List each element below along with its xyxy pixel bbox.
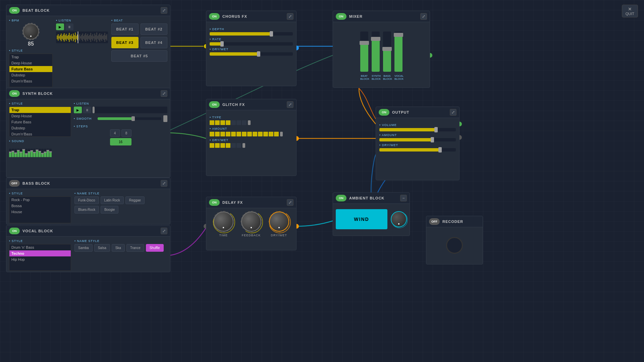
rec-button[interactable] bbox=[446, 237, 463, 254]
mixer-on-button[interactable]: ON bbox=[336, 13, 346, 20]
mixer-beat-fader[interactable] bbox=[360, 32, 368, 72]
synth-style-trap[interactable]: Trap bbox=[9, 107, 71, 113]
glitch-fx-on-button[interactable]: ON bbox=[209, 101, 220, 108]
beat3-button[interactable]: BEAT #3 bbox=[111, 37, 139, 48]
style-list[interactable]: Trap Deep House Future Bass Dubstep Drum… bbox=[9, 54, 53, 87]
delay-time-knob[interactable] bbox=[213, 212, 233, 232]
bpm-knob[interactable] bbox=[23, 23, 39, 40]
style-deephouse[interactable]: Deep House bbox=[9, 60, 52, 66]
style-trap[interactable]: Trap bbox=[9, 54, 52, 60]
beat1-button[interactable]: BEAT #1 bbox=[111, 23, 139, 35]
vocal-style-drumnbass[interactable]: Drum 'n' Bass bbox=[9, 244, 71, 250]
mixer-vocal-fader[interactable] bbox=[394, 32, 402, 72]
svg-rect-42 bbox=[86, 33, 86, 42]
vocal-style-samba[interactable]: Samba bbox=[74, 244, 93, 252]
delay-fx-on-button[interactable]: ON bbox=[209, 199, 220, 206]
chorus-depth-slider[interactable] bbox=[210, 32, 293, 36]
chorus-depth-label: DEPTH bbox=[210, 27, 293, 31]
mixer-synth-fader[interactable] bbox=[372, 32, 380, 72]
bass-style-rockpop[interactable]: Rock - Pop bbox=[9, 197, 71, 203]
steps-4-button[interactable]: 4 bbox=[110, 129, 120, 137]
beat-block-panel: ON BEAT BLOCK ⤢ BPM 85 STYLE Trap Deep H… bbox=[6, 5, 170, 91]
svg-rect-40 bbox=[84, 36, 84, 39]
synth-style-drumnbass[interactable]: Drum'n'Bass bbox=[9, 131, 71, 137]
svg-rect-23 bbox=[67, 36, 68, 39]
vocal-style-techno[interactable]: Techno bbox=[9, 250, 71, 256]
delay-fx-expand-button[interactable]: ⤢ bbox=[287, 199, 293, 206]
chorus-drywet-row: DRY/WET bbox=[210, 48, 293, 56]
quit-button[interactable]: ✕ QUIT bbox=[622, 5, 638, 17]
bass-style-house[interactable]: House bbox=[9, 209, 71, 215]
beat-block-expand-button[interactable]: ⤢ bbox=[161, 7, 167, 14]
steps-8-button[interactable]: 8 bbox=[121, 129, 131, 137]
vocal-style-hiphop[interactable]: Hip Hop bbox=[9, 256, 71, 262]
vocal-style-shuffle[interactable]: Shuffle bbox=[146, 244, 164, 252]
vocal-block-panel: ON VOCAL BLOCK ⤢ STYLE Drum 'n' Bass Tec… bbox=[6, 225, 170, 272]
bass-block-expand-button[interactable]: ⤢ bbox=[161, 180, 167, 187]
synth-style-deephouse[interactable]: Deep House bbox=[9, 113, 71, 119]
svg-rect-91 bbox=[44, 152, 46, 157]
chorus-rate-slider[interactable] bbox=[210, 42, 293, 46]
play-button[interactable]: ▶ bbox=[56, 23, 64, 30]
bass-style-boogie[interactable]: Boogie bbox=[101, 206, 118, 214]
bass-block-on-button[interactable]: OFF bbox=[9, 180, 20, 187]
output-drywet-slider[interactable] bbox=[379, 148, 456, 152]
synth-style-dubstep[interactable]: Dubstep bbox=[9, 125, 71, 131]
vocal-style-trance[interactable]: Trance bbox=[126, 244, 144, 252]
delay-feedback-knob[interactable] bbox=[241, 212, 261, 232]
bass-style-latinrock[interactable]: Latin Rock bbox=[101, 196, 124, 204]
bass-style-funkdisco[interactable]: Funk-Disco bbox=[74, 196, 99, 204]
wind-button[interactable]: WIND bbox=[336, 209, 387, 229]
svg-rect-17 bbox=[61, 34, 62, 41]
synth-style-list[interactable]: Trap Deep House Future Bass Dubstep Drum… bbox=[9, 107, 71, 137]
vocal-block-expand-button[interactable]: ⤢ bbox=[161, 228, 167, 234]
mixer-bass-fader[interactable] bbox=[383, 32, 391, 72]
beat-block-on-button[interactable]: ON bbox=[9, 7, 20, 14]
chorus-rate-label: RATE bbox=[210, 38, 293, 41]
recoder-on-button[interactable]: OFF bbox=[429, 218, 440, 225]
beat5-button[interactable]: BEAT #5 bbox=[111, 50, 167, 62]
chorus-fx-on-button[interactable]: ON bbox=[209, 13, 220, 20]
beat2-button[interactable]: BEAT #2 bbox=[141, 23, 168, 35]
style-drumnbass[interactable]: Drum'n'Bass bbox=[9, 78, 52, 84]
synth-pause-button[interactable]: ⏸ bbox=[83, 107, 91, 113]
svg-rect-43 bbox=[87, 35, 87, 40]
vocal-style-list[interactable]: Drum 'n' Bass Techno Hip Hop bbox=[9, 244, 71, 271]
steps-16-button[interactable]: 16 bbox=[110, 138, 131, 145]
bass-style-bluesrock[interactable]: Blues-Rock bbox=[74, 206, 99, 214]
style-futurebass[interactable]: Future Bass bbox=[9, 66, 52, 72]
mixer-synth-label: SYNTH BLOCK bbox=[372, 74, 380, 80]
pause-button[interactable]: ⏸ bbox=[65, 23, 73, 30]
svg-point-113 bbox=[241, 212, 263, 233]
svg-point-114 bbox=[269, 212, 290, 233]
vocal-style-ska[interactable]: Ska bbox=[112, 244, 125, 252]
vocal-style-salsa[interactable]: Salsa bbox=[94, 244, 110, 252]
synth-block-expand-button[interactable]: ⤢ bbox=[161, 90, 167, 97]
ambient-knob[interactable] bbox=[391, 211, 407, 227]
svg-rect-52 bbox=[96, 35, 96, 40]
glitch-fx-expand-button[interactable]: ⤢ bbox=[287, 101, 293, 108]
style-dubstep[interactable]: Dubstep bbox=[9, 72, 52, 78]
vocal-block-on-button[interactable]: ON bbox=[9, 228, 20, 234]
bass-style-bossa[interactable]: Bossa bbox=[9, 203, 71, 209]
glitch-amount-display bbox=[210, 132, 293, 136]
bass-style-reggae[interactable]: Reggae bbox=[125, 196, 145, 204]
synth-style-futurebass[interactable]: Future Bass bbox=[9, 119, 71, 125]
smooth-slider[interactable]: SMOOTH bbox=[74, 115, 167, 122]
output-volume-slider[interactable] bbox=[379, 128, 456, 131]
output-amount-slider[interactable] bbox=[379, 138, 456, 141]
output-expand-button[interactable]: ⤢ bbox=[450, 109, 457, 116]
delay-drywet-knob[interactable] bbox=[269, 212, 289, 232]
synth-play-button[interactable]: ▶ bbox=[74, 107, 82, 113]
ambient-block-on-button[interactable]: ON bbox=[336, 195, 346, 201]
mixer-header: ON MIXER ⤢ bbox=[333, 11, 430, 22]
chorus-fx-expand-button[interactable]: ⤢ bbox=[287, 13, 293, 20]
beat4-button[interactable]: BEAT #4 bbox=[141, 37, 168, 48]
ambient-block-expand-button[interactable]: − bbox=[400, 195, 407, 201]
chorus-drywet-slider[interactable] bbox=[210, 52, 293, 56]
mixer-expand-button[interactable]: ⤢ bbox=[420, 13, 427, 20]
synth-block-on-button[interactable]: ON bbox=[9, 90, 20, 97]
svg-rect-103 bbox=[28, 151, 31, 153]
output-on-button[interactable]: ON bbox=[379, 109, 389, 116]
bass-style-list[interactable]: Rock - Pop Bossa House bbox=[9, 196, 71, 223]
